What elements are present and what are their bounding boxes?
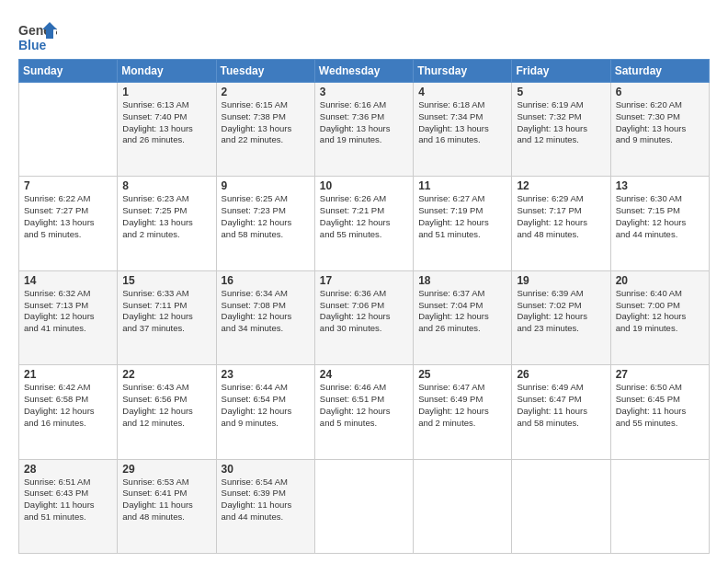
day-number: 26: [517, 368, 605, 381]
day-number: 5: [517, 86, 605, 98]
calendar-cell: [610, 459, 709, 553]
calendar-cell: 27Sunrise: 6:50 AM Sunset: 6:45 PM Dayli…: [610, 365, 709, 459]
calendar-cell: 21Sunrise: 6:42 AM Sunset: 6:58 PM Dayli…: [19, 365, 118, 459]
day-info: Sunrise: 6:18 AM Sunset: 7:34 PM Dayligh…: [418, 99, 506, 146]
day-number: 6: [616, 86, 704, 98]
day-info: Sunrise: 6:20 AM Sunset: 7:30 PM Dayligh…: [616, 99, 704, 146]
day-number: 13: [616, 179, 704, 192]
day-info: Sunrise: 6:33 AM Sunset: 7:11 PM Dayligh…: [122, 288, 210, 335]
day-info: Sunrise: 6:29 AM Sunset: 7:17 PM Dayligh…: [517, 193, 605, 240]
day-number: 20: [616, 274, 704, 287]
day-info: Sunrise: 6:13 AM Sunset: 7:40 PM Dayligh…: [122, 99, 210, 146]
day-number: 24: [320, 368, 408, 381]
day-info: Sunrise: 6:15 AM Sunset: 7:38 PM Dayligh…: [222, 99, 310, 146]
day-info: Sunrise: 6:51 AM Sunset: 6:43 PM Dayligh…: [24, 477, 112, 523]
calendar-cell: 10Sunrise: 6:26 AM Sunset: 7:21 PM Dayli…: [314, 177, 413, 270]
day-info: Sunrise: 6:50 AM Sunset: 6:45 PM Dayligh…: [616, 382, 704, 429]
day-info: Sunrise: 6:40 AM Sunset: 7:00 PM Dayligh…: [616, 288, 704, 335]
day-number: 3: [320, 86, 408, 98]
weekday-header: Wednesday: [314, 60, 413, 83]
calendar-cell: 12Sunrise: 6:29 AM Sunset: 7:17 PM Dayli…: [512, 177, 610, 270]
calendar-cell: 8Sunrise: 6:23 AM Sunset: 7:25 PM Daylig…: [118, 177, 216, 270]
page: General Blue SundayMondayTuesdayWednesda…: [0, 0, 728, 563]
day-info: Sunrise: 6:44 AM Sunset: 6:54 PM Dayligh…: [222, 382, 310, 429]
day-number: 21: [24, 368, 112, 381]
day-number: 28: [24, 463, 112, 476]
day-number: 16: [222, 274, 310, 287]
day-info: Sunrise: 6:26 AM Sunset: 7:21 PM Dayligh…: [320, 193, 408, 240]
logo: General Blue: [18, 20, 57, 53]
calendar-header: SundayMondayTuesdayWednesdayThursdayFrid…: [19, 60, 710, 83]
calendar-week-row: 14Sunrise: 6:32 AM Sunset: 7:13 PM Dayli…: [19, 270, 710, 364]
day-number: 14: [24, 274, 112, 287]
day-info: Sunrise: 6:34 AM Sunset: 7:08 PM Dayligh…: [222, 288, 310, 335]
calendar-cell: 23Sunrise: 6:44 AM Sunset: 6:54 PM Dayli…: [216, 365, 314, 459]
calendar-cell: [512, 459, 610, 553]
day-info: Sunrise: 6:25 AM Sunset: 7:23 PM Dayligh…: [222, 193, 310, 240]
day-number: 4: [418, 86, 506, 98]
calendar-cell: 5Sunrise: 6:19 AM Sunset: 7:32 PM Daylig…: [512, 83, 610, 177]
day-number: 9: [222, 179, 310, 192]
header-row: SundayMondayTuesdayWednesdayThursdayFrid…: [19, 60, 710, 83]
calendar-cell: 25Sunrise: 6:47 AM Sunset: 6:49 PM Dayli…: [414, 365, 512, 459]
weekday-header: Tuesday: [216, 60, 314, 83]
calendar-cell: 19Sunrise: 6:39 AM Sunset: 7:02 PM Dayli…: [512, 270, 610, 364]
calendar-cell: 30Sunrise: 6:54 AM Sunset: 6:39 PM Dayli…: [216, 459, 314, 553]
calendar-cell: 16Sunrise: 6:34 AM Sunset: 7:08 PM Dayli…: [216, 270, 314, 364]
day-number: 10: [320, 179, 408, 192]
calendar-week-row: 7Sunrise: 6:22 AM Sunset: 7:27 PM Daylig…: [19, 177, 710, 270]
day-info: Sunrise: 6:19 AM Sunset: 7:32 PM Dayligh…: [517, 99, 605, 146]
day-info: Sunrise: 6:49 AM Sunset: 6:47 PM Dayligh…: [517, 382, 605, 429]
day-number: 18: [418, 274, 506, 287]
calendar-table: SundayMondayTuesdayWednesdayThursdayFrid…: [18, 59, 710, 554]
calendar-cell: 3Sunrise: 6:16 AM Sunset: 7:36 PM Daylig…: [314, 83, 413, 177]
calendar-body: 1Sunrise: 6:13 AM Sunset: 7:40 PM Daylig…: [19, 83, 710, 554]
day-number: 7: [24, 179, 112, 192]
calendar-cell: [414, 459, 512, 553]
calendar-cell: 29Sunrise: 6:53 AM Sunset: 6:41 PM Dayli…: [118, 459, 216, 553]
weekday-header: Friday: [512, 60, 610, 83]
logo-svg: General Blue: [18, 20, 57, 53]
calendar-week-row: 1Sunrise: 6:13 AM Sunset: 7:40 PM Daylig…: [19, 83, 710, 177]
day-info: Sunrise: 6:32 AM Sunset: 7:13 PM Dayligh…: [24, 288, 112, 335]
day-info: Sunrise: 6:43 AM Sunset: 6:56 PM Dayligh…: [122, 382, 210, 429]
calendar-cell: 1Sunrise: 6:13 AM Sunset: 7:40 PM Daylig…: [118, 83, 216, 177]
calendar-cell: 28Sunrise: 6:51 AM Sunset: 6:43 PM Dayli…: [19, 459, 118, 553]
weekday-header: Sunday: [19, 60, 118, 83]
day-number: 22: [122, 368, 210, 381]
day-number: 11: [418, 179, 506, 192]
day-info: Sunrise: 6:54 AM Sunset: 6:39 PM Dayligh…: [222, 477, 310, 523]
day-number: 2: [222, 86, 310, 98]
calendar-cell: 18Sunrise: 6:37 AM Sunset: 7:04 PM Dayli…: [414, 270, 512, 364]
calendar-cell: 4Sunrise: 6:18 AM Sunset: 7:34 PM Daylig…: [414, 83, 512, 177]
calendar-cell: 26Sunrise: 6:49 AM Sunset: 6:47 PM Dayli…: [512, 365, 610, 459]
day-info: Sunrise: 6:16 AM Sunset: 7:36 PM Dayligh…: [320, 99, 408, 146]
calendar-week-row: 21Sunrise: 6:42 AM Sunset: 6:58 PM Dayli…: [19, 365, 710, 459]
calendar-cell: 2Sunrise: 6:15 AM Sunset: 7:38 PM Daylig…: [216, 83, 314, 177]
day-info: Sunrise: 6:46 AM Sunset: 6:51 PM Dayligh…: [320, 382, 408, 429]
day-number: 1: [122, 86, 210, 98]
calendar-cell: 14Sunrise: 6:32 AM Sunset: 7:13 PM Dayli…: [19, 270, 118, 364]
calendar-week-row: 28Sunrise: 6:51 AM Sunset: 6:43 PM Dayli…: [19, 459, 710, 553]
day-info: Sunrise: 6:42 AM Sunset: 6:58 PM Dayligh…: [24, 382, 112, 429]
weekday-header: Monday: [118, 60, 216, 83]
calendar-cell: 15Sunrise: 6:33 AM Sunset: 7:11 PM Dayli…: [118, 270, 216, 364]
day-info: Sunrise: 6:27 AM Sunset: 7:19 PM Dayligh…: [418, 193, 506, 240]
calendar-cell: 24Sunrise: 6:46 AM Sunset: 6:51 PM Dayli…: [314, 365, 413, 459]
calendar-cell: 9Sunrise: 6:25 AM Sunset: 7:23 PM Daylig…: [216, 177, 314, 270]
calendar-cell: 13Sunrise: 6:30 AM Sunset: 7:15 PM Dayli…: [610, 177, 709, 270]
calendar-cell: [19, 83, 118, 177]
calendar-cell: 22Sunrise: 6:43 AM Sunset: 6:56 PM Dayli…: [118, 365, 216, 459]
day-number: 23: [222, 368, 310, 381]
svg-text:Blue: Blue: [18, 38, 47, 52]
day-info: Sunrise: 6:36 AM Sunset: 7:06 PM Dayligh…: [320, 288, 408, 335]
weekday-header: Saturday: [610, 60, 709, 83]
day-info: Sunrise: 6:37 AM Sunset: 7:04 PM Dayligh…: [418, 288, 506, 335]
day-info: Sunrise: 6:47 AM Sunset: 6:49 PM Dayligh…: [418, 382, 506, 429]
day-info: Sunrise: 6:23 AM Sunset: 7:25 PM Dayligh…: [122, 193, 210, 240]
calendar-cell: [314, 459, 413, 553]
weekday-header: Thursday: [414, 60, 512, 83]
day-info: Sunrise: 6:30 AM Sunset: 7:15 PM Dayligh…: [616, 193, 704, 240]
day-number: 15: [122, 274, 210, 287]
day-number: 30: [222, 463, 310, 476]
